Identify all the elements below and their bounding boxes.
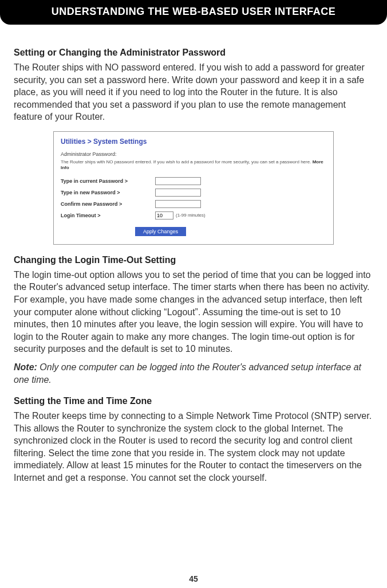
note-body: Only one computer can be logged into the… [14, 362, 361, 385]
page-number: 45 [0, 574, 387, 583]
login-timeout-suffix: (1-99 minutes) [176, 213, 206, 218]
row-login-timeout: Login Timeout > (1-99 minutes) [61, 211, 326, 219]
section1-heading: Setting or Changing the Administrator Pa… [14, 48, 373, 58]
row-new-password: Type in new Password > [61, 189, 326, 197]
new-password-input[interactable] [155, 189, 201, 197]
breadcrumb: Utilities > System Settings [61, 138, 326, 146]
section1-body: The Router ships with NO password entere… [14, 61, 373, 123]
row-confirm-password: Confirm new Password > [61, 200, 326, 208]
apply-changes-button[interactable]: Apply Changes [135, 227, 186, 236]
admin-password-label: Administrator Password: [61, 151, 326, 157]
section2-heading: Changing the Login Time-Out Setting [14, 255, 373, 265]
current-password-label: Type in current Password > [61, 178, 155, 184]
section3-heading: Setting the Time and Time Zone [14, 396, 373, 406]
page-banner: UNDERSTANDING THE WEB-BASED USER INTERFA… [0, 0, 387, 25]
confirm-password-label: Confirm new Password > [61, 201, 155, 207]
settings-screenshot: Utilities > System Settings Administrato… [53, 131, 334, 245]
current-password-input[interactable] [155, 177, 201, 185]
login-timeout-input[interactable] [155, 211, 173, 219]
section3-body: The Router keeps time by connecting to a… [14, 410, 373, 484]
desc-text: The Router ships with NO password entere… [61, 159, 313, 164]
new-password-label: Type in new Password > [61, 190, 155, 195]
note-label: Note: [14, 362, 37, 372]
section2-note: Note: Only one computer can be logged in… [14, 361, 373, 386]
row-current-password: Type in current Password > [61, 177, 326, 185]
admin-password-desc: The Router ships with NO password entere… [61, 159, 326, 171]
confirm-password-input[interactable] [155, 200, 201, 208]
login-timeout-label: Login Timeout > [61, 213, 155, 218]
section2-body: The login time-out option allows you to … [14, 269, 373, 355]
